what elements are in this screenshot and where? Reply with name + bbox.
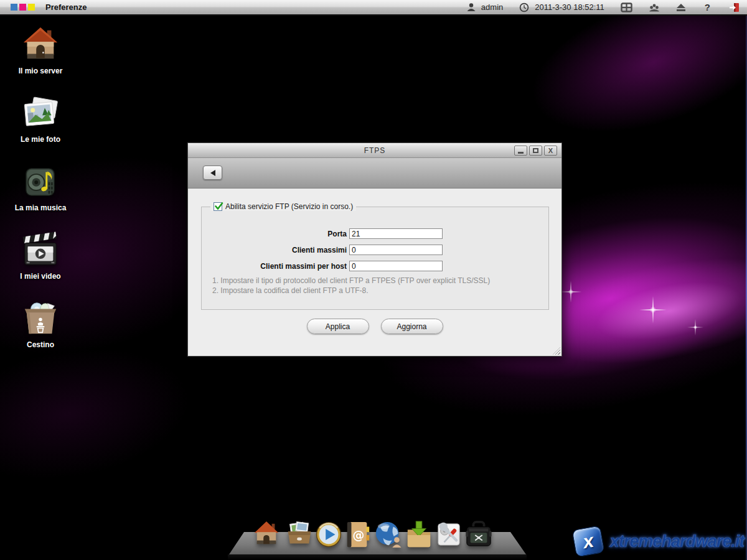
desktop-icon-label: La mia musica xyxy=(15,203,67,212)
dock-photos-icon[interactable] xyxy=(285,520,314,551)
enable-ftp-checkbox[interactable] xyxy=(214,202,222,211)
minimize-icon xyxy=(518,152,524,154)
desktop-icon-my-music[interactable]: La mia musica xyxy=(8,162,73,212)
note-line-1: 1. Impostare il tipo di protocollo del c… xyxy=(212,276,490,286)
datetime: 2011-3-30 18:52:11 xyxy=(535,2,604,12)
logo-square-magenta xyxy=(19,4,26,11)
desktop-icon-trash[interactable]: Cestino xyxy=(8,299,73,349)
form-row-max-clients: Clienti massimi xyxy=(202,244,443,256)
note-line-2: 2. Impostare la codifica del client FTP … xyxy=(212,286,490,296)
menubar: Preferenze admin 2011-3-30 18:52:11 xyxy=(0,0,747,16)
svg-text:@: @ xyxy=(352,528,364,543)
window-toolbar xyxy=(188,158,561,189)
minimize-button[interactable] xyxy=(514,146,527,156)
close-button[interactable]: X xyxy=(544,146,557,156)
close-icon: X xyxy=(548,147,553,154)
grid-icon[interactable] xyxy=(621,2,632,12)
screen: Preferenze admin 2011-3-30 18:52:11 xyxy=(0,0,747,560)
dock-home-icon[interactable] xyxy=(252,520,281,551)
desktop-icon-label: Il mio server xyxy=(19,67,63,75)
refresh-button[interactable]: Aggiorna xyxy=(381,319,443,334)
ftp-notes: 1. Impostare il tipo di protocollo del c… xyxy=(212,276,490,296)
checkmark-icon xyxy=(214,202,223,211)
dock-network-icon[interactable] xyxy=(374,520,403,551)
desktop-icon-label: Le mie foto xyxy=(21,135,60,144)
maximize-button[interactable] xyxy=(529,146,542,156)
dock-maintenance-icon[interactable] xyxy=(435,520,463,551)
desktop-icon-label: I miei video xyxy=(20,272,60,281)
window-body: Abilita servizio FTP (Servizio in corso.… xyxy=(188,189,561,356)
ftps-window: FTPS X xyxy=(187,142,562,357)
user-icon xyxy=(467,2,476,12)
photos-icon xyxy=(21,94,60,133)
port-label: Porta xyxy=(202,230,347,238)
desktop-icon-my-server[interactable]: Il mio server xyxy=(8,26,73,75)
window-title: FTPS xyxy=(364,146,386,155)
workgroup-icon[interactable] xyxy=(649,2,660,12)
maximize-icon xyxy=(533,148,538,153)
dock-shadow xyxy=(228,554,527,560)
music-icon xyxy=(21,162,60,201)
dock-toolbox-icon[interactable] xyxy=(464,520,493,551)
max-clients-per-host-label: Clienti massimi per host xyxy=(202,262,347,271)
dock-contacts-icon[interactable]: @ xyxy=(344,520,372,551)
enable-ftp-label: Abilita servizio FTP (Servizio in corso.… xyxy=(225,202,353,211)
max-clients-per-host-input[interactable] xyxy=(349,261,443,271)
home-icon xyxy=(21,26,60,64)
eject-icon[interactable] xyxy=(676,3,686,12)
dock-download-icon[interactable] xyxy=(405,520,433,551)
form-row-port: Porta xyxy=(202,228,443,240)
dock-media-player-icon[interactable] xyxy=(314,520,343,551)
max-clients-label: Clienti massimi xyxy=(202,246,347,254)
back-button[interactable] xyxy=(203,166,222,180)
port-input[interactable] xyxy=(349,228,443,239)
resize-grip[interactable] xyxy=(553,347,560,355)
window-titlebar[interactable]: FTPS X xyxy=(188,143,561,158)
form-row-max-clients-per-host: Clienti massimi per host xyxy=(202,260,443,272)
clock-icon xyxy=(519,2,529,12)
logo-square-blue xyxy=(11,4,17,11)
menu-preferenze[interactable]: Preferenze xyxy=(45,2,87,12)
logo-square-yellow xyxy=(28,4,35,11)
username[interactable]: admin xyxy=(481,2,503,12)
max-clients-input[interactable] xyxy=(349,245,443,255)
apply-button[interactable]: Applica xyxy=(307,319,369,334)
help-icon[interactable]: ? xyxy=(702,2,713,12)
trash-icon xyxy=(21,299,60,338)
desktop[interactable]: Il mio server Le mie foto xyxy=(0,16,747,560)
desktop-icon-my-videos[interactable]: I miei video xyxy=(8,231,73,281)
video-icon xyxy=(21,231,60,269)
dock: @ xyxy=(0,513,747,560)
brand-logo xyxy=(11,4,35,11)
logout-icon[interactable] xyxy=(729,2,740,12)
ftp-service-fieldset: Abilita servizio FTP (Servizio in corso.… xyxy=(201,207,549,310)
desktop-icon-my-photos[interactable]: Le mie foto xyxy=(8,94,73,144)
back-arrow-icon xyxy=(210,170,215,176)
desktop-icon-label: Cestino xyxy=(27,340,54,349)
